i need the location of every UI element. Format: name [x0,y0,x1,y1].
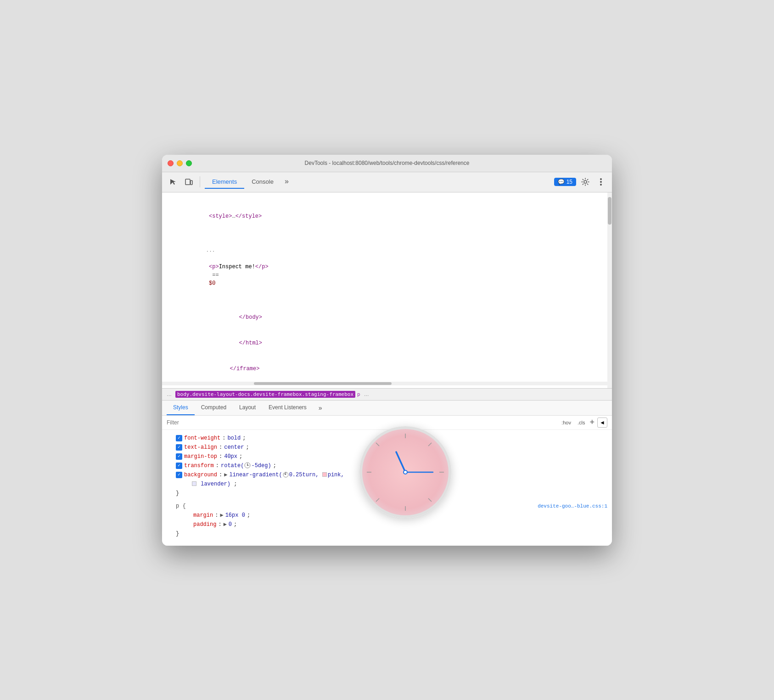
breadcrumb-more[interactable]: … [364,391,369,397]
tab-layout[interactable]: Layout [233,401,262,415]
toolbar-separator [200,176,200,187]
prop-expand-arrow[interactable]: ▶ [224,470,227,480]
colon: : [219,452,222,461]
styles-panel: Styles Computed Layout Event Listeners »… [162,401,612,546]
svg-point-2 [584,181,587,183]
settings-icon[interactable] [579,175,592,188]
prop-expand-arrow[interactable]: ▶ [220,511,223,520]
html-line: <style>…</style> [162,195,606,237]
filter-actions: :hov .cls + ◄ [560,418,607,428]
css-closing-brace-p: } [167,529,607,538]
checkbox-font-weight[interactable] [176,435,182,441]
svg-point-4 [600,181,602,183]
css-prop-padding: padding : ▶ 0 ; [167,520,607,529]
prop-val[interactable]: 40px [224,452,237,461]
prop-val[interactable]: linear-gradient( 0.25turn, pink, [229,470,344,480]
colon: : [218,520,221,529]
colon: : [219,470,222,480]
devtools-toolbar: Elements Console » 💬 15 [162,172,612,192]
svg-line-20 [428,498,432,502]
colon: : [215,511,218,520]
prop-val[interactable]: 0 [229,520,232,529]
prop-val[interactable]: rotate( -5deg) [221,461,271,470]
more-tabs-icon[interactable]: » [315,401,326,415]
html-scrollbar-horizontal[interactable] [162,382,612,385]
prop-val[interactable]: bold [227,434,241,443]
svg-line-17 [376,443,379,446]
devtools-window: DevTools - localhost:8080/web/tools/chro… [162,155,612,546]
checkbox-text-align[interactable] [176,444,182,451]
tab-styles[interactable]: Styles [167,401,195,415]
scrollbar-thumb[interactable] [254,382,392,385]
clock-overlay [359,426,451,518]
color-swatch-pink[interactable] [322,472,327,477]
message-icon: 💬 [558,179,565,185]
checkbox-margin-top[interactable] [176,453,182,460]
add-style-button[interactable]: + [589,418,595,427]
html-line-selected[interactable]: ... <p>Inspect me!</p> == $0 [162,237,606,305]
prop-name[interactable]: margin-top [184,452,217,461]
close-button[interactable] [168,160,174,166]
colon: : [219,443,222,452]
css-content: font-weight : bold ; text-align : center… [162,430,612,546]
breadcrumb: … body.devsite-layout-docs.devsite-frame… [162,389,612,401]
badge-count: 15 [566,179,572,185]
device-toggle-icon[interactable] [182,175,195,188]
maximize-button[interactable] [186,160,192,166]
css-source[interactable]: devsite-goo…-blue.css:1 [538,502,607,511]
color-swatch-lavender[interactable] [192,481,196,486]
lavender-val[interactable]: lavender) [201,481,230,487]
prop-name[interactable]: padding [193,520,216,529]
semicolon: ; [234,481,237,487]
more-tabs-button[interactable]: » [281,175,292,189]
html-line: </body> [162,305,606,330]
traffic-lights [168,160,192,166]
prop-val[interactable]: 16px 0 [225,511,245,520]
minimize-button[interactable] [177,160,183,166]
checkbox-background[interactable] [176,472,182,478]
message-badge[interactable]: 💬 15 [554,178,576,186]
semicolon: ; [242,434,246,443]
tab-console[interactable]: Console [244,175,281,189]
semicolon: ; [247,511,250,520]
prop-name[interactable]: font-weight [184,434,220,443]
svg-line-19 [376,498,379,502]
hover-filter-button[interactable]: :hov [560,419,573,426]
svg-point-5 [600,184,602,186]
inspect-icon[interactable] [167,175,179,188]
svg-line-22 [396,452,405,472]
cls-filter-button[interactable]: .cls [576,419,587,426]
toolbar-right: 💬 15 [554,175,607,188]
toolbar-tabs: Elements Console » [205,175,551,189]
prop-name[interactable]: background [184,470,217,480]
css-selector-p: p { [176,503,186,509]
html-line: </iframe> [162,356,606,382]
svg-point-9 [247,465,248,466]
html-panel: <style>…</style> ... <p>Inspect me!</p> … [162,192,612,389]
checkbox-transform[interactable] [176,463,182,469]
svg-point-3 [600,178,602,180]
prop-name[interactable]: margin [193,511,213,520]
styles-tabs: Styles Computed Layout Event Listeners » [162,401,612,416]
html-scrollbar-vertical[interactable] [607,192,612,388]
tab-event-listeners[interactable]: Event Listeners [262,401,313,415]
svg-rect-0 [185,179,190,185]
window-title: DevTools - localhost:8080/web/tools/chro… [305,160,470,166]
more-options-icon[interactable] [595,175,607,188]
prop-name[interactable]: text-align [184,443,217,452]
prop-name[interactable]: transform [184,461,214,470]
filter-input[interactable] [167,419,556,426]
breadcrumb-item-p[interactable]: p [357,391,360,397]
prop-val[interactable]: center [224,443,244,452]
svg-rect-1 [191,181,192,185]
scrollbar-thumb-vertical[interactable] [608,197,611,225]
colon: : [222,434,225,443]
panel-toggle-button[interactable]: ◄ [597,418,607,428]
semicolon: ; [239,452,242,461]
tab-elements[interactable]: Elements [205,175,244,189]
tab-computed[interactable]: Computed [195,401,233,415]
breadcrumb-item-body[interactable]: body.devsite-layout-docs.devsite-framebo… [175,391,355,398]
semicolon: ; [273,461,276,470]
prop-expand-arrow[interactable]: ▶ [224,520,227,529]
semicolon: ; [246,443,249,452]
